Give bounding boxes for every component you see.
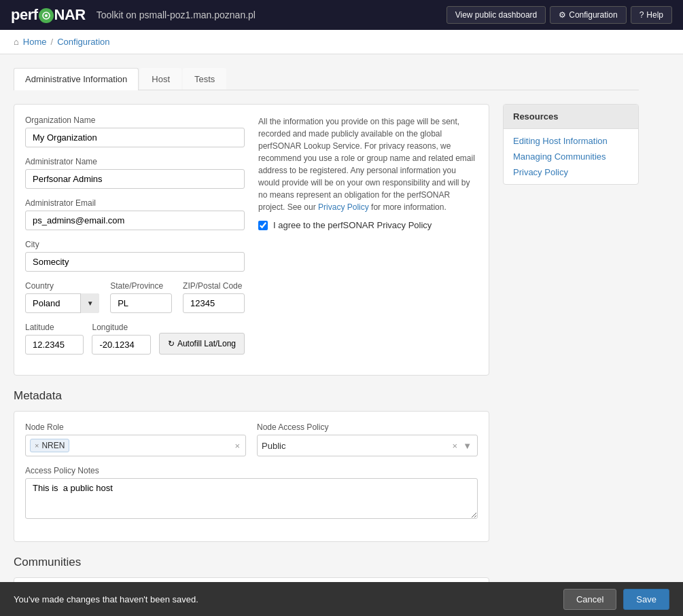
admin-email-row: Administrator Email: [25, 198, 245, 230]
privacy-checkbox-label: I agree to the perfSONAR Privacy Policy: [273, 220, 432, 230]
privacy-policy-link[interactable]: Privacy Policy: [318, 202, 369, 212]
admin-email-input[interactable]: [25, 211, 245, 230]
zip-col: ZIP/Postal Code: [183, 281, 245, 313]
lat-lng-row: Latitude Longitude ↻ Autofill Lat/Long: [25, 323, 245, 355]
city-row: City: [25, 240, 245, 272]
country-select-wrapper: Poland Germany France ▼: [25, 293, 99, 313]
privacy-checkbox-row: I agree to the perfSONAR Privacy Policy: [258, 220, 478, 230]
tab-tests[interactable]: Tests: [183, 68, 226, 90]
footer-message: You've made changes that haven't been sa…: [14, 594, 563, 604]
footer-bar: You've made changes that haven't been sa…: [0, 582, 683, 616]
admin-email-label: Administrator Email: [25, 198, 245, 208]
logo-text: perf NAR: [11, 6, 86, 24]
zip-label: ZIP/Postal Code: [183, 281, 245, 291]
longitude-input[interactable]: [92, 335, 150, 355]
svg-point-1: [45, 14, 48, 17]
form-with-info: Organization Name Administrator Name Adm…: [25, 115, 478, 364]
form-fields: Organization Name Administrator Name Adm…: [25, 115, 245, 364]
node-role-access-row: Node Role × NREN × Node Access Policy: [25, 422, 478, 456]
footer-buttons: Cancel Save: [563, 589, 669, 610]
resources-links: Editing Host Information Managing Commun…: [504, 129, 638, 184]
gear-icon: [559, 10, 566, 20]
save-button[interactable]: Save: [623, 589, 669, 610]
country-state-zip-row: Country Poland Germany France ▼: [25, 281, 245, 313]
zip-input[interactable]: [183, 293, 245, 313]
privacy-policy-sidebar-link[interactable]: Privacy Policy: [513, 167, 629, 177]
state-label: State/Province: [110, 281, 172, 291]
metadata-section-title: Metadata: [14, 389, 489, 403]
admin-name-row: Administrator Name: [25, 157, 245, 189]
node-role-label: Node Role: [25, 422, 246, 432]
country-label: Country: [25, 281, 99, 291]
state-input[interactable]: [110, 293, 172, 313]
node-access-input[interactable]: Public × ▼: [257, 435, 478, 456]
node-access-col: Node Access Policy Public × ▼: [257, 422, 478, 456]
tab-host[interactable]: Host: [140, 68, 181, 90]
access-notes-row: Access Policy Notes: [25, 466, 478, 521]
city-input[interactable]: [25, 252, 245, 272]
privacy-text: All the information you provide on this …: [258, 115, 478, 213]
admin-name-input[interactable]: [25, 169, 245, 189]
communities-section-title: Communities: [14, 556, 489, 569]
content-layout: Organization Name Administrator Name Adm…: [14, 104, 639, 616]
managing-communities-link[interactable]: Managing Communities: [513, 151, 629, 162]
state-col: State/Province: [110, 281, 172, 313]
org-name-input[interactable]: [25, 128, 245, 147]
editing-host-link[interactable]: Editing Host Information: [513, 136, 629, 146]
org-name-label: Organization Name: [25, 115, 245, 125]
breadcrumb-home-link[interactable]: Home: [23, 37, 47, 47]
access-notes-label: Access Policy Notes: [25, 466, 478, 475]
node-role-input[interactable]: × NREN ×: [25, 435, 246, 456]
nren-tag: × NREN: [30, 439, 69, 452]
refresh-icon: ↻: [168, 339, 175, 348]
longitude-field: Longitude: [92, 323, 150, 355]
breadcrumb-current-link[interactable]: Configuration: [57, 37, 109, 47]
form-info-panel: All the information you provide on this …: [258, 115, 478, 364]
access-arrow-icon[interactable]: ▼: [461, 439, 473, 452]
country-col: Country Poland Germany France ▼: [25, 281, 99, 313]
city-label: City: [25, 240, 245, 249]
longitude-label: Longitude: [92, 323, 150, 332]
location-row: Latitude Longitude ↻ Autofill Lat/Long: [25, 323, 245, 355]
node-role-col: Node Role × NREN ×: [25, 422, 246, 456]
tag-remove-nren[interactable]: ×: [35, 441, 39, 450]
privacy-checkbox[interactable]: [258, 221, 268, 230]
sonar-icon: [39, 8, 54, 23]
configuration-button[interactable]: Configuration: [550, 6, 626, 24]
tag-clear-icon[interactable]: ×: [233, 439, 241, 452]
breadcrumb: Home / Configuration: [0, 30, 683, 54]
resources-header: Resources: [504, 105, 638, 129]
tab-admin-info[interactable]: Administrative Information: [14, 68, 139, 90]
header: perf NAR Toolkit on psmall-poz1.man.pozn…: [0, 0, 683, 30]
header-buttons: View public dashboard Configuration Help: [446, 6, 672, 24]
org-name-row: Organization Name: [25, 115, 245, 147]
content-sidebar: Resources Editing Host Information Manag…: [503, 104, 639, 616]
metadata-panel: Node Role × NREN × Node Access Policy: [14, 411, 489, 542]
cancel-button[interactable]: Cancel: [563, 589, 616, 610]
metadata-section: Metadata Node Role × NREN ×: [14, 389, 489, 542]
question-icon: [640, 10, 644, 20]
main-content: Administrative Information Host Tests Or…: [0, 54, 652, 616]
resources-panel: Resources Editing Host Information Manag…: [503, 104, 639, 185]
admin-name-label: Administrator Name: [25, 157, 245, 166]
country-select[interactable]: Poland Germany France: [25, 293, 99, 313]
header-subtitle: Toolkit on psmall-poz1.man.poznan.pl: [97, 10, 446, 20]
access-clear-icon[interactable]: ×: [451, 439, 459, 452]
logo: perf NAR: [11, 6, 86, 24]
breadcrumb-separator: /: [51, 37, 54, 47]
help-button[interactable]: Help: [631, 6, 672, 24]
tabs: Administrative Information Host Tests: [14, 68, 639, 90]
node-access-label: Node Access Policy: [257, 422, 478, 432]
latitude-label: Latitude: [25, 323, 84, 332]
latitude-field: Latitude: [25, 323, 84, 355]
latitude-input[interactable]: [25, 335, 84, 355]
view-dashboard-button[interactable]: View public dashboard: [446, 6, 546, 24]
autofill-button[interactable]: ↻ Autofill Lat/Long: [159, 333, 245, 355]
content-main: Organization Name Administrator Name Adm…: [14, 104, 489, 616]
admin-form-panel: Organization Name Administrator Name Adm…: [14, 104, 489, 376]
home-icon: [14, 37, 19, 47]
access-notes-textarea[interactable]: [25, 478, 478, 519]
